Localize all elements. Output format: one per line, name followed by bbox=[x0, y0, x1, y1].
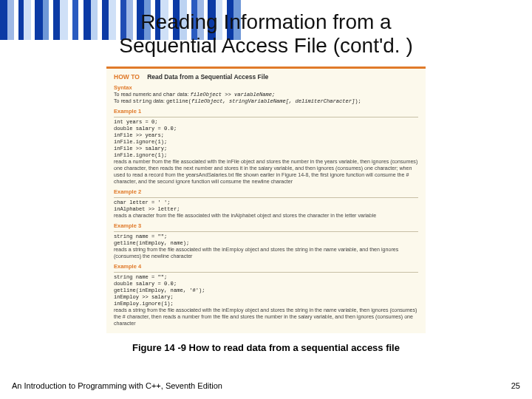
example-4-label: Example 4 bbox=[114, 263, 418, 270]
page-number: 25 bbox=[511, 381, 520, 390]
example-4-code-0: string name = ""; bbox=[114, 274, 418, 281]
example-1-code-1: double salary = 0.0; bbox=[114, 126, 418, 132]
example-3-code-0: string name = ""; bbox=[114, 233, 418, 240]
title-line-2: Sequential Access File (cont'd. ) bbox=[119, 34, 413, 57]
divider bbox=[114, 272, 418, 273]
example-2-label: Example 2 bbox=[114, 188, 418, 196]
example-2-desc: reads a character from the file associat… bbox=[114, 213, 418, 219]
slide-title: Reading Information from a Sequential Ac… bbox=[0, 0, 532, 58]
divider bbox=[114, 197, 418, 198]
footer-book-title: An Introduction to Programming with C++,… bbox=[12, 381, 222, 390]
example-4-code-1: double salary = 0.0; bbox=[114, 281, 418, 287]
example-2-code-0: char letter = ' '; bbox=[114, 200, 418, 206]
howto-badge: HOW TO bbox=[114, 73, 140, 81]
example-1-code-5: inFile.ignore(1); bbox=[114, 152, 418, 159]
divider bbox=[114, 231, 418, 232]
divider bbox=[114, 117, 418, 117]
example-1-code-2: inFile >> years; bbox=[114, 132, 418, 139]
howto-heading: HOW TO Read Data from a Sequential Acces… bbox=[114, 73, 418, 81]
example-3-label: Example 3 bbox=[114, 222, 418, 230]
example-4-code-2: getline(inEmploy, name, '#'); bbox=[114, 287, 418, 294]
example-4-code-3: inEmploy >> salary; bbox=[114, 294, 418, 301]
example-4: Example 4 string name = ""; double salar… bbox=[114, 263, 418, 327]
example-1-code-3: inFile.ignore(1); bbox=[114, 139, 418, 146]
syntax-line-2: To read string data: getline(fileObject,… bbox=[114, 98, 418, 105]
syntax-line-1: To read numeric and char data: fileObjec… bbox=[114, 92, 418, 98]
example-1: Example 1 int years = 0; double salary =… bbox=[114, 108, 418, 185]
howto-subheading: Read Data from a Sequential Access File bbox=[147, 73, 268, 81]
footer: An Introduction to Programming with C++,… bbox=[12, 381, 520, 390]
example-3: Example 3 string name = ""; getline(inEm… bbox=[114, 222, 418, 260]
syntax-label: Syntax bbox=[114, 84, 418, 92]
example-4-code-4: inEmploy.ignore(1); bbox=[114, 301, 418, 307]
title-line-1: Reading Information from a bbox=[140, 10, 391, 33]
example-2-code-1: inAlphabet >> letter; bbox=[114, 206, 418, 213]
howto-box: HOW TO Read Data from a Sequential Acces… bbox=[106, 66, 426, 333]
example-1-code-0: int years = 0; bbox=[114, 119, 418, 126]
example-4-desc: reads a string from the file associated … bbox=[114, 307, 418, 327]
example-3-desc: reads a string from the file associated … bbox=[114, 247, 418, 260]
figure-caption: Figure 14 -9 How to read data from a seq… bbox=[0, 342, 532, 353]
example-1-desc: reads a number from the file associated … bbox=[114, 159, 418, 185]
example-1-label: Example 1 bbox=[114, 108, 418, 115]
example-1-code-4: inFile >> salary; bbox=[114, 146, 418, 152]
example-2: Example 2 char letter = ' '; inAlphabet … bbox=[114, 188, 418, 219]
example-3-code-1: getline(inEmploy, name); bbox=[114, 240, 418, 247]
